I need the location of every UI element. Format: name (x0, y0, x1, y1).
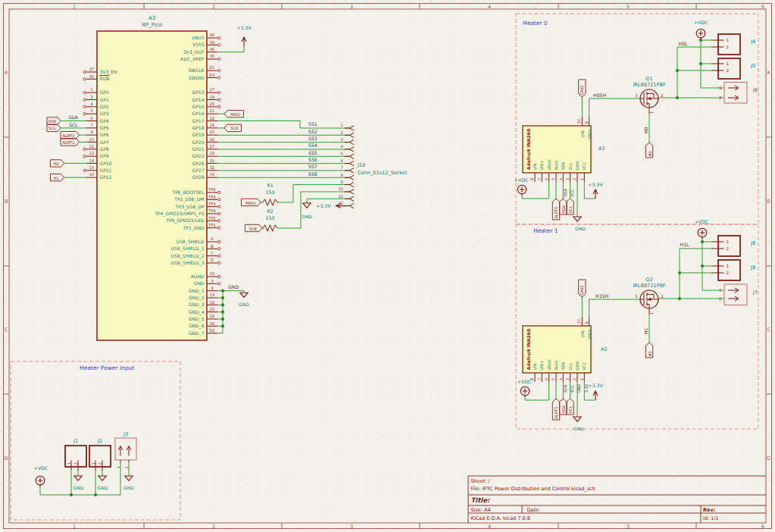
pin-name: GP1 (100, 97, 109, 102)
pin-name: 3V3_OUT (183, 49, 205, 55)
zone-column-number: 6 (761, 4, 764, 10)
pin-name: GP28 (192, 174, 205, 180)
zone-column-number: 3 (350, 4, 353, 10)
pin-number: 4 (558, 378, 563, 380)
power-label-3v3: +3.3V (236, 25, 252, 30)
pin-number: 2 (727, 246, 730, 251)
titleblock-date: Date: (527, 507, 541, 513)
net-label-ss: SS8 (308, 171, 317, 177)
pin-number: 32 (210, 165, 214, 170)
net-label-scl-a2: SCL (570, 385, 574, 393)
pin-number: 8 (211, 286, 213, 290)
net-label-ss: SS4 (308, 142, 317, 148)
section-label-heater1: Heater 1 (533, 227, 558, 234)
pin-number: 3 (565, 178, 570, 180)
j10-reference: J10 (357, 162, 365, 168)
pin-number: 2 (727, 68, 730, 73)
pin-number: 16 (89, 172, 94, 177)
pin-name: VIN+ (587, 330, 592, 340)
pin-number: 1 (719, 86, 722, 90)
connector-reference: J3 (123, 431, 128, 437)
zone-row-letter: C (5, 327, 8, 333)
pin-name: VIN+ (539, 160, 544, 170)
kicad-schematic-canvas[interactable]: 112233445566AABBCCDD Sheet: / File: IPTC… (0, 0, 775, 532)
pin-number: 11 (89, 144, 94, 149)
pin-name: GP17 (192, 118, 205, 124)
pin-number: 1 (649, 111, 654, 114)
pin-name: GND (194, 280, 205, 286)
zone-column-number: 3 (350, 524, 353, 530)
pin-name: TP1_GND (183, 225, 205, 231)
pin-name: GP3 (100, 111, 109, 116)
net-label-ss: SS5 (308, 150, 317, 155)
pin-number: 39 (210, 40, 214, 45)
global-label-gnd-a1: GND (580, 86, 584, 95)
power-label-vdc: +VDC (695, 219, 709, 224)
pin-number: 7 (537, 378, 542, 380)
pin-number: 4 (90, 102, 92, 106)
pin-number: 6 (341, 158, 343, 163)
global-label-h1: H1 (53, 176, 58, 180)
pin-number: 33 (210, 271, 214, 276)
a2-module-name: Adafruit INA260 (526, 329, 531, 370)
net-label-ss: SS3 (308, 136, 317, 141)
power-label-3v3: +3.3V (588, 383, 603, 388)
pin-name: GP20 (192, 139, 205, 145)
zone-row-letter: A (767, 70, 770, 76)
zone-row-letter: D (767, 455, 770, 462)
pin-number: 11 (339, 194, 343, 199)
titleblock-title: Title: (471, 496, 490, 504)
pin-number: 2 (719, 296, 722, 301)
pin-number: 2 (73, 462, 78, 465)
r2-value: 150 (266, 215, 275, 221)
global-label-sda: SDA (48, 119, 57, 124)
pin-name: USB_SHIELD_2 (171, 253, 205, 259)
zone-column-number: 4 (488, 4, 491, 10)
pin-number: TP5 (208, 216, 215, 221)
a1-module-name: Adafruit INA260 (526, 129, 531, 170)
pin-name: USB_SHIELD (176, 239, 205, 245)
pin-name: VCC (582, 361, 586, 370)
global-label-alrt0-a1: ALRT0 (554, 206, 558, 218)
pin-name: GP15 (192, 104, 205, 109)
pin-name: GND_2 (189, 295, 205, 301)
pin-name: GP11 (100, 167, 112, 173)
r2-reference: R2 (267, 208, 273, 214)
pin-name: VCC (582, 161, 586, 170)
pin-number: 3 (635, 93, 637, 98)
power-label-vdc: +VDC (694, 20, 708, 25)
pin-number: 3 (565, 378, 570, 380)
pin-name: VIN- (580, 329, 585, 337)
zone-column-number: 6 (761, 524, 764, 530)
pin-number: 2 (124, 466, 129, 468)
pico-reference: A3 (148, 15, 155, 21)
pin-number: 5 (341, 152, 343, 156)
pin-number: 31 (210, 158, 214, 163)
pin-number: D1 (209, 65, 214, 70)
pin-number: 1 (727, 239, 730, 244)
pin-number: 12 (89, 151, 94, 155)
zone-row-letter: A (5, 70, 8, 76)
pin-name: GND_1 (189, 288, 205, 294)
pin-name: GND_4 (189, 309, 205, 315)
rp-pico-symbol[interactable]: A3 RP_Pico 373V3_EN30RUN1GP02GP14GP25GP3… (83, 15, 220, 341)
r1-value: 150 (266, 189, 275, 195)
zone-row-letter: B (5, 199, 8, 205)
pin-number: 10 (577, 119, 581, 124)
pin-number: 1 (67, 462, 71, 465)
pin-number: 1 (719, 288, 722, 293)
pin-number: 25 (210, 130, 214, 134)
zone-row-letter: C (767, 327, 770, 333)
global-label-h0-q1: H0 (648, 151, 652, 156)
pin-number: 34 (210, 172, 214, 177)
connector-reference: J1 (73, 438, 78, 444)
pin-name: GP27 (192, 167, 205, 173)
pin-number: 9 (90, 130, 92, 134)
net-label-gnd: GND (228, 284, 239, 289)
pin-number: 5 (551, 378, 555, 380)
global-label-sck-1: SCK (230, 126, 239, 130)
pin-name: GP18 (192, 125, 205, 130)
r1-reference: R1 (267, 183, 273, 188)
zone-column-number: 4 (488, 524, 491, 530)
pin-name: GP22 (192, 153, 205, 158)
